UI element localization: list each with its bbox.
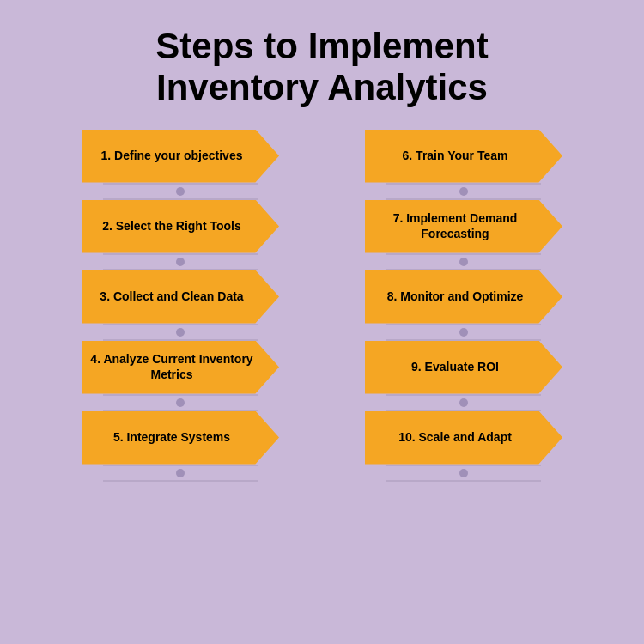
step-arrow-1: 6. Train Your Team: [365, 130, 562, 183]
step-arrow-2: 7. Implement Demand Forecasting: [365, 200, 562, 253]
step-connector-1: [82, 183, 279, 200]
right-column: 6. Train Your Team7. Implement Demand Fo…: [331, 130, 597, 482]
step-connector-2: [82, 253, 279, 270]
connector-dot: [459, 398, 468, 407]
step-arrow-3: 3. Collect and Clean Data: [82, 270, 279, 324]
connector-line-bottom: [103, 480, 258, 482]
page-title: Steps to Implement Inventory Analytics: [155, 26, 488, 109]
connector-line-bottom: [386, 480, 541, 482]
step-connector-4: [365, 394, 562, 411]
step-arrow-2: 2. Select the Right Tools: [82, 200, 279, 253]
step-arrow-1: 1. Define your objectives: [82, 130, 279, 183]
step-connector-5: [82, 465, 279, 482]
step-connector-4: [82, 394, 279, 411]
connector-dot: [459, 328, 468, 337]
step-arrow-5: 10. Scale and Adapt: [365, 411, 562, 465]
connector-dot: [176, 398, 185, 407]
connector-line-top: [386, 253, 541, 255]
connector-dot: [176, 469, 185, 477]
step-arrow-4: 4. Analyze Current Inventory Metrics: [82, 341, 279, 394]
step-wrapper-2: 7. Implement Demand Forecasting: [331, 200, 597, 270]
step-wrapper-5: 10. Scale and Adapt: [331, 411, 597, 482]
step-wrapper-4: 9. Evaluate ROI: [331, 341, 597, 411]
step-arrow-3: 8. Monitor and Optimize: [365, 270, 562, 324]
connector-line-top: [386, 183, 541, 185]
step-wrapper-1: 1. Define your objectives: [47, 130, 313, 200]
step-arrow-5: 5. Integrate Systems: [82, 411, 279, 465]
connector-line-top: [386, 324, 541, 325]
connector-line-top: [103, 183, 258, 185]
connector-line-top: [103, 394, 258, 396]
connector-dot: [459, 187, 468, 196]
steps-columns: 1. Define your objectives2. Select the R…: [17, 130, 627, 482]
connector-line-top: [386, 465, 541, 466]
page: Steps to Implement Inventory Analytics 1…: [0, 0, 644, 644]
connector-dot: [459, 258, 468, 266]
step-connector-1: [365, 183, 562, 200]
connector-line-top: [103, 465, 258, 466]
connector-dot: [176, 328, 185, 337]
step-connector-3: [82, 324, 279, 341]
step-wrapper-5: 5. Integrate Systems: [47, 411, 313, 482]
step-arrow-4: 9. Evaluate ROI: [365, 341, 562, 394]
step-wrapper-2: 2. Select the Right Tools: [47, 200, 313, 270]
connector-line-top: [103, 324, 258, 325]
connector-dot: [176, 187, 185, 196]
connector-line-top: [103, 253, 258, 255]
step-wrapper-3: 3. Collect and Clean Data: [47, 270, 313, 341]
left-column: 1. Define your objectives2. Select the R…: [47, 130, 313, 482]
step-connector-2: [365, 253, 562, 270]
connector-dot: [176, 258, 185, 266]
step-connector-3: [365, 324, 562, 341]
step-wrapper-3: 8. Monitor and Optimize: [331, 270, 597, 341]
step-wrapper-4: 4. Analyze Current Inventory Metrics: [47, 341, 313, 411]
step-connector-5: [365, 465, 562, 482]
step-wrapper-1: 6. Train Your Team: [331, 130, 597, 200]
connector-line-top: [386, 394, 541, 396]
connector-dot: [459, 469, 468, 477]
